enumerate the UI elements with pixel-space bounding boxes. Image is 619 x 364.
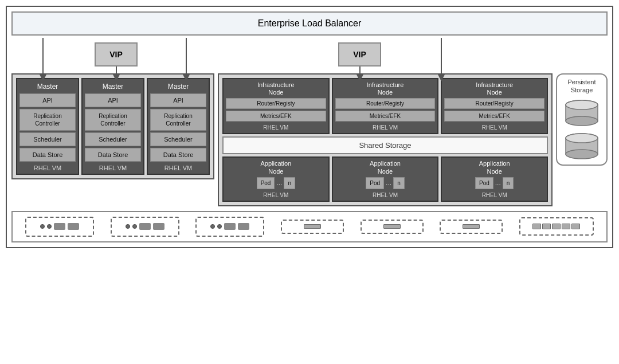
master-box-3: Master API ReplicationController Schedul… <box>147 78 210 175</box>
infra-box-1: InfrastructureNode Router/Registy Metric… <box>222 78 330 134</box>
infra-row: InfrastructureNode Router/Registy Metric… <box>222 78 548 134</box>
svg-point-11 <box>566 150 598 159</box>
cylinder-2 <box>565 132 599 161</box>
hw-port-3 <box>552 224 561 229</box>
app-box-2: ApplicationNode Pod ... n RHEL VM <box>332 156 439 201</box>
master-1-rc: ReplicationController <box>19 109 76 131</box>
hw-rect-3 <box>139 223 151 230</box>
master-1-scheduler: Scheduler <box>19 132 76 146</box>
app-3-dots: ... <box>495 179 501 187</box>
svg-point-8 <box>566 100 598 109</box>
hw-slot-1 <box>304 224 321 229</box>
hw-rect-2 <box>68 223 79 230</box>
hw-server-1 <box>25 217 94 237</box>
app-3-n: n <box>503 177 514 189</box>
hw-port-5 <box>571 224 580 229</box>
svg-point-7 <box>566 116 598 126</box>
hw-dot-4 <box>132 224 137 229</box>
hw-server-2 <box>111 217 179 237</box>
app-1-pods: Pod ... n <box>226 177 326 189</box>
app-2-pods: Pod ... n <box>335 177 436 189</box>
master-2-title: Master <box>85 81 141 92</box>
infra-2-footer: RHEL VM <box>335 124 436 131</box>
shared-storage-label: Shared Storage <box>359 141 411 150</box>
app-2-pod: Pod <box>366 177 384 189</box>
master-2-rc: ReplicationController <box>85 109 141 131</box>
hw-port-2 <box>542 224 551 229</box>
hw-port-1 <box>532 224 541 229</box>
hw-switch <box>519 217 594 236</box>
master-2-api: API <box>85 93 141 107</box>
hw-dot-3 <box>126 224 130 229</box>
hw-port-4 <box>562 224 570 229</box>
hw-dot-6 <box>217 224 222 229</box>
infra-1-title: InfrastructureNode <box>226 81 326 96</box>
load-balancer-title: Enterprise Load Balancer <box>258 18 362 28</box>
app-row: ApplicationNode Pod ... n RHEL VM Applic… <box>222 156 548 201</box>
hw-slot-3 <box>463 224 480 229</box>
hw-dot-1 <box>40 224 45 229</box>
infra-3-footer: RHEL VM <box>444 124 544 131</box>
hw-rect-1 <box>54 223 65 230</box>
infra-2-router: Router/Registy <box>335 98 436 109</box>
hw-flat-3 <box>440 220 503 234</box>
master-3-footer: RHEL VM <box>150 165 206 171</box>
master-2-footer: RHEL VM <box>85 165 141 171</box>
hw-flat-2 <box>361 220 424 234</box>
hw-slot-2 <box>383 224 401 229</box>
ps-title: PersistentStorage <box>568 78 596 95</box>
app-3-pods: Pod ... n <box>444 177 544 189</box>
infra-1-metrics: Metrics/EFK <box>226 111 326 122</box>
infra-1-footer: RHEL VM <box>226 124 326 131</box>
infra-2-metrics: Metrics/EFK <box>335 111 436 122</box>
app-2-title: ApplicationNode <box>335 160 436 175</box>
hw-flat-1 <box>281 220 344 234</box>
infra-2-title: InfrastructureNode <box>335 81 436 96</box>
master-1-api: API <box>19 93 76 107</box>
app-2-dots: ... <box>386 179 391 187</box>
master-1-footer: RHEL VM <box>19 165 76 171</box>
hw-dot-2 <box>47 224 52 229</box>
infra-3-metrics: Metrics/EFK <box>444 111 544 122</box>
app-1-dots: ... <box>276 179 282 187</box>
masters-cluster: Master API ReplicationController Schedul… <box>11 73 214 179</box>
app-1-n: n <box>284 177 295 189</box>
main-container: Enterprise Load Balancer VIP VIP <box>6 6 613 248</box>
master-3-scheduler: Scheduler <box>150 132 206 146</box>
hw-rect-4 <box>153 223 164 230</box>
master-3-rc: ReplicationController <box>150 109 206 131</box>
master-1-datastore: Data Store <box>19 148 76 162</box>
vip-right: VIP <box>338 42 381 66</box>
persistent-storage: PersistentStorage <box>556 73 608 166</box>
app-1-footer: RHEL VM <box>226 192 326 198</box>
hw-dot-5 <box>210 224 215 229</box>
hardware-row <box>11 211 608 242</box>
app-3-footer: RHEL VM <box>444 192 544 198</box>
app-1-title: ApplicationNode <box>226 160 326 175</box>
master-3-datastore: Data Store <box>150 148 206 162</box>
master-2-scheduler: Scheduler <box>85 132 141 146</box>
cylinder-1 <box>565 99 599 128</box>
master-box-1: Master API ReplicationController Schedul… <box>16 78 79 175</box>
content-row: Master API ReplicationController Schedul… <box>11 73 608 206</box>
app-2-footer: RHEL VM <box>335 192 436 198</box>
app-3-pod: Pod <box>475 177 493 189</box>
master-box-2: Master API ReplicationController Schedul… <box>81 78 144 175</box>
vip-left: VIP <box>95 42 138 66</box>
infra-box-3: InfrastructureNode Router/Registy Metric… <box>441 78 548 134</box>
master-2-datastore: Data Store <box>85 148 141 162</box>
right-cluster: InfrastructureNode Router/Registy Metric… <box>218 73 553 206</box>
master-1-title: Master <box>19 81 76 92</box>
master-3-title: Master <box>150 81 206 92</box>
app-3-title: ApplicationNode <box>444 160 544 175</box>
load-balancer-box: Enterprise Load Balancer <box>11 11 608 36</box>
infra-3-router: Router/Registy <box>444 98 544 109</box>
infra-3-title: InfrastructureNode <box>444 81 544 96</box>
svg-point-12 <box>566 134 598 143</box>
app-2-n: n <box>393 177 405 189</box>
app-box-1: ApplicationNode Pod ... n RHEL VM <box>222 156 330 201</box>
hw-switch-ports <box>532 224 580 229</box>
shared-storage-banner: Shared Storage <box>222 136 548 154</box>
app-1-pod: Pod <box>257 177 275 189</box>
hw-rect-5 <box>224 223 236 230</box>
